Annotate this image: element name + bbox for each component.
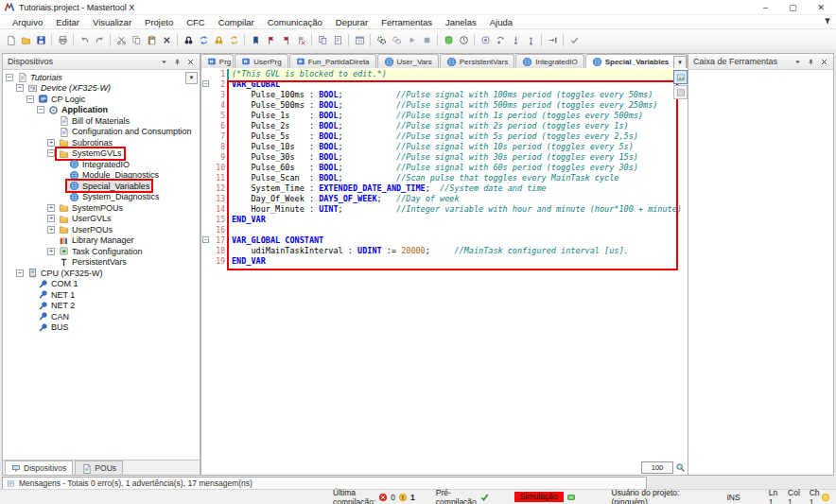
collapse-icon[interactable]: −: [16, 84, 24, 92]
code-line-5[interactable]: 5 Pulse_1s : BOOL; //Pulse signal with 1…: [201, 111, 688, 121]
find-button[interactable]: [182, 32, 196, 47]
collapse-icon[interactable]: −: [6, 74, 13, 81]
expand-icon[interactable]: +: [47, 139, 55, 147]
code-line-9[interactable]: 9 Pulse_30s : BOOL; //Pulse signal with …: [201, 152, 688, 163]
tabular-view-button[interactable]: [673, 85, 688, 99]
code-line-8[interactable]: 8 Pulse_10s : BOOL; //Pulse signal with …: [201, 142, 688, 152]
code-line-11[interactable]: 11 Pulse_Scan : BOOL; //Scan pulse that …: [201, 173, 688, 183]
open-project-button[interactable]: [19, 32, 33, 47]
build-button[interactable]: [353, 32, 367, 47]
code-line-13[interactable]: 13 Day_Of_Week : DAYS_OF_WEEK; //Day of …: [201, 194, 688, 204]
run-to-cursor-button[interactable]: [546, 32, 560, 47]
tree-item-integratedio[interactable]: IntegratedIO: [3, 159, 200, 170]
copy-button[interactable]: [130, 32, 144, 47]
tree-item-device-xf325-w[interactable]: −Device (XF325-W): [3, 83, 200, 95]
tree-item-bill-of-materials[interactable]: Bill of Materials: [3, 115, 200, 127]
tree-item-systempous[interactable]: +SystemPOUs: [3, 202, 200, 214]
code-line-18[interactable]: 18 udiMainTaskInterval : UDINT := 20000;…: [201, 246, 688, 256]
tree-item-bus[interactable]: BUS: [3, 322, 200, 334]
cut-button[interactable]: [114, 32, 129, 47]
editor-tab-persistentvars[interactable]: PersistentVars: [440, 54, 514, 68]
tree-item-persistentvars[interactable]: PersistentVars: [3, 257, 200, 269]
tree-item-system-diagnostics[interactable]: System_Diagnostics: [3, 192, 200, 203]
menu-editar[interactable]: Editar: [49, 17, 86, 27]
menu-arquivo[interactable]: Arquivo: [6, 17, 49, 27]
new-file-button[interactable]: [4, 32, 18, 47]
messages-bar[interactable]: Mensagens - Totais 0 erro(s), 1 advertên…: [2, 477, 647, 490]
step-out-button[interactable]: [524, 32, 538, 47]
tree-item-task-configuration[interactable]: +Task Configuration: [3, 246, 200, 257]
menu-depurar[interactable]: Depurar: [329, 17, 374, 27]
code-line-17[interactable]: −17VAR_GLOBAL CONSTANT: [201, 235, 688, 246]
menu-visualizar[interactable]: Visualizar: [86, 17, 138, 27]
panel-close-icon[interactable]: [186, 58, 195, 66]
editor-tab-prg[interactable]: Prg: [201, 54, 234, 68]
tree-item-cpu-xf325-w[interactable]: −CPU (XF325-W): [3, 268, 200, 279]
filter-icon[interactable]: [823, 16, 832, 26]
code-line-19[interactable]: 19END_VAR: [201, 256, 688, 267]
expand-icon[interactable]: +: [47, 204, 55, 212]
panel-menu-icon[interactable]: [160, 58, 168, 66]
code-editor[interactable]: 1(*This GVL is blocked to edit.*)−2VAR_G…: [201, 68, 688, 475]
code-line-12[interactable]: 12 System_Time : EXTENDED_DATE_AND_TIME;…: [201, 183, 688, 194]
close-button[interactable]: ✕: [817, 3, 825, 12]
expand-icon[interactable]: +: [47, 248, 55, 255]
code-line-16[interactable]: 16: [201, 225, 688, 235]
editor-tab-userprg[interactable]: UserPrg: [235, 54, 287, 68]
menu-compilar[interactable]: Compilar: [212, 17, 261, 27]
tree-item-com-1[interactable]: COM 1: [3, 279, 200, 290]
editor-tab-fun-partidadireta[interactable]: Fun_PartidaDireta: [289, 54, 376, 68]
save-button[interactable]: [34, 32, 48, 47]
runtime-clock-button[interactable]: [457, 32, 471, 47]
tree-item-module-diagnostics[interactable]: Module_Diagnostics: [3, 170, 200, 182]
tree-item-subrotinas[interactable]: +Subrotinas: [3, 137, 200, 148]
print-button[interactable]: [56, 32, 70, 47]
collapse-icon[interactable]: −: [37, 106, 44, 113]
menu-comunica-o[interactable]: Comunicação: [261, 17, 329, 27]
code-line-7[interactable]: 7 Pulse_5s : BOOL; //Pulse signal with 5…: [201, 131, 688, 142]
bookmark-button[interactable]: [249, 32, 263, 47]
menu-ajuda[interactable]: Ajuda: [483, 17, 519, 27]
flag-prev-button[interactable]: [279, 32, 293, 47]
zoom-icon[interactable]: [675, 462, 686, 473]
code-line-6[interactable]: 6 Pulse_2s : BOOL; //Pulse signal with 2…: [201, 121, 688, 131]
tree-item-special-variables[interactable]: Special_Variables: [3, 181, 200, 192]
undo-button[interactable]: [78, 32, 92, 47]
redo-button[interactable]: [93, 32, 107, 47]
tree-item-application[interactable]: −Application: [3, 105, 200, 116]
code-line-10[interactable]: 10 Pulse_60s : BOOL; //Pulse signal with…: [201, 163, 688, 173]
tree-item-library-manager[interactable]: Library Manager: [3, 235, 200, 247]
zoom-level[interactable]: 100: [641, 461, 673, 474]
panel-tab-pous[interactable]: POUs: [75, 461, 123, 475]
tree-item-cp-logic[interactable]: −CP Logic: [3, 94, 200, 105]
flag-next-button[interactable]: [264, 32, 278, 47]
tree-item-configuration-and-consumption[interactable]: Configuration and Consumption: [3, 127, 200, 138]
menu-ferramentas[interactable]: Ferramentas: [374, 17, 439, 27]
tree-item-userpous[interactable]: +UserPOUs: [3, 224, 200, 235]
find-objects-button[interactable]: [212, 32, 226, 47]
panel-close-icon[interactable]: [820, 58, 828, 66]
code-line-15[interactable]: 15END_VAR: [201, 215, 688, 225]
tab-list-dropdown[interactable]: ▾: [673, 56, 687, 69]
pin-icon[interactable]: [807, 58, 815, 66]
tree-item-can[interactable]: CAN: [3, 311, 200, 322]
replace-objects-button[interactable]: [227, 32, 241, 47]
simulation-db-button[interactable]: [442, 32, 456, 47]
code-line-4[interactable]: 4 Pulse_500ms : BOOL; //Pulse signal wit…: [201, 100, 688, 111]
fold-collapse-icon[interactable]: −: [202, 80, 209, 87]
code-line-1[interactable]: 1(*This GVL is blocked to edit.*): [201, 69, 688, 79]
collapse-icon[interactable]: −: [26, 96, 34, 103]
collapse-icon[interactable]: −: [47, 149, 55, 157]
step-over-button[interactable]: [494, 32, 508, 47]
breakpoint-toggle-button[interactable]: [479, 32, 493, 47]
force-values-button[interactable]: [567, 32, 582, 47]
expand-icon[interactable]: +: [47, 215, 55, 222]
logout-button[interactable]: [390, 32, 404, 47]
minimize-button[interactable]: –: [763, 3, 768, 12]
panel-tab-dispositivos[interactable]: Dispositivos: [5, 461, 73, 475]
editor-tab-user-vars[interactable]: User_Vars: [377, 54, 439, 68]
tree-item-systemgvls[interactable]: −SystemGVLs: [3, 148, 200, 160]
expand-icon[interactable]: +: [47, 226, 55, 234]
paste-button[interactable]: [145, 32, 159, 47]
code-line-3[interactable]: 3 Pulse_100ms : BOOL; //Pulse signal wit…: [201, 90, 688, 100]
